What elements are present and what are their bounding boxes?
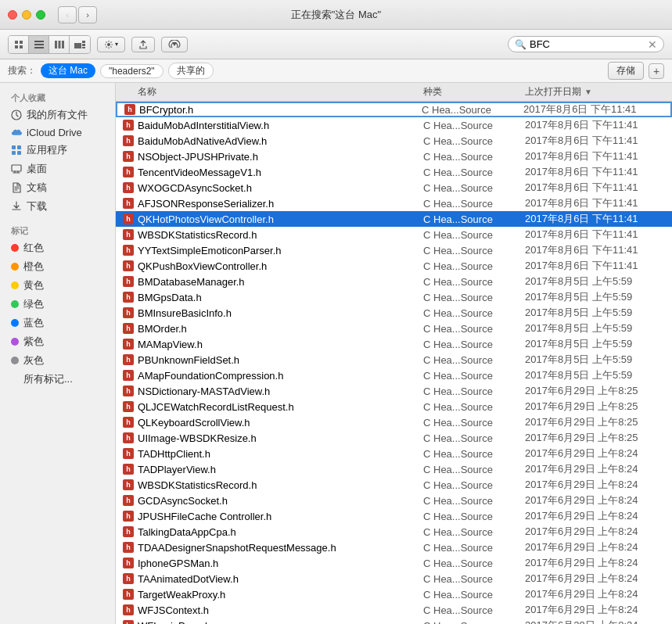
clear-search-button[interactable]: ✕ bbox=[648, 39, 657, 50]
column-view-button[interactable] bbox=[49, 36, 70, 53]
table-row[interactable]: hBFCryptor.hC Hea...Source2017年8月6日 下午11… bbox=[116, 102, 672, 117]
file-type-icon: h bbox=[122, 432, 135, 444]
file-type-icon: h bbox=[122, 557, 135, 569]
file-name: TAAnimatedDotView.h bbox=[138, 573, 423, 585]
minimize-button[interactable] bbox=[22, 10, 31, 20]
file-name: PBUnknownFieldSet.h bbox=[138, 354, 423, 366]
forward-button[interactable]: › bbox=[78, 6, 97, 23]
table-row[interactable]: hJPUSHFileCache Controller.hC Hea...Sour… bbox=[116, 508, 672, 524]
table-row[interactable]: hBMGpsData.hC Hea...Source2017年8月5日 上午5:… bbox=[116, 289, 672, 305]
table-row[interactable]: hAMapFoundationCompression.hC Hea...Sour… bbox=[116, 368, 672, 383]
sidebar-item-desktop[interactable]: 桌面 bbox=[0, 160, 115, 178]
airdrop-button[interactable] bbox=[161, 37, 188, 52]
table-row[interactable]: hAFJSONResponseSerializer.hC Hea...Sourc… bbox=[116, 195, 672, 211]
save-search-button[interactable]: 存储 bbox=[608, 62, 644, 80]
file-name: WFLoginPage.h bbox=[138, 620, 423, 625]
table-row[interactable]: hTDAADesignerSnapshotRequestMessage.hC H… bbox=[116, 540, 672, 555]
file-type-icon: h bbox=[122, 572, 135, 585]
list-view-button[interactable] bbox=[29, 36, 49, 53]
file-type-icon: h bbox=[122, 510, 135, 522]
back-button[interactable]: ‹ bbox=[58, 6, 77, 23]
action-button[interactable]: ▾ bbox=[97, 37, 125, 52]
svg-rect-20 bbox=[12, 165, 21, 171]
svg-rect-6 bbox=[34, 47, 44, 48]
file-date: 2017年6月29日 上午8:24 bbox=[525, 587, 666, 601]
table-row[interactable]: hWFJSContext.hC Hea...Source2017年6月29日 上… bbox=[116, 602, 672, 618]
column-date-header[interactable]: 上次打开日期 ▼ bbox=[525, 85, 666, 99]
icon-view-button[interactable] bbox=[9, 36, 29, 53]
search-input[interactable] bbox=[530, 38, 645, 50]
table-row[interactable]: hTalkingDataAppCpa.hC Hea...Source2017年6… bbox=[116, 524, 672, 540]
table-row[interactable]: hWBSDKStatisticsRecord.hC Hea...Source20… bbox=[116, 477, 672, 493]
sidebar-item-orange[interactable]: 橙色 bbox=[0, 257, 115, 276]
table-row[interactable]: hIphoneGPSMan.hC Hea...Source2017年6月29日 … bbox=[116, 555, 672, 571]
table-row[interactable]: hTADPlayerView.hC Hea...Source2017年6月29日… bbox=[116, 461, 672, 477]
file-date: 2017年6月29日 上午8:24 bbox=[525, 525, 666, 539]
sidebar-item-yellow[interactable]: 黄色 bbox=[0, 276, 115, 295]
share-button[interactable] bbox=[131, 37, 155, 52]
green-tag-label: 绿色 bbox=[23, 297, 44, 311]
table-row[interactable]: hGCDAsyncSocket.hC Hea...Source2017年6月29… bbox=[116, 493, 672, 508]
file-name: BMOrder.h bbox=[138, 323, 423, 335]
sidebar-item-downloads[interactable]: 下载 bbox=[0, 197, 115, 216]
file-type-icon: h bbox=[122, 619, 135, 624]
file-name: BMDatabaseManager.h bbox=[138, 276, 423, 288]
close-button[interactable] bbox=[8, 10, 17, 20]
column-kind-header[interactable]: 种类 bbox=[423, 85, 525, 99]
table-row[interactable]: hMAMapView.hC Hea...Source2017年8月5日 上午5:… bbox=[116, 336, 672, 352]
file-type-icon: h bbox=[122, 416, 135, 429]
table-row[interactable]: hTargetWeakProxy.hC Hea...Source2017年6月2… bbox=[116, 586, 672, 602]
table-row[interactable]: hQLKeyboardScrollView.hC Hea...Source201… bbox=[116, 414, 672, 430]
file-date: 2017年8月6日 下午11:41 bbox=[525, 134, 666, 148]
table-row[interactable]: hTencentVideoMessageV1.hC Hea...Source20… bbox=[116, 164, 672, 180]
table-row[interactable]: hWBSDKStatisticsRecord.hC Hea...Source20… bbox=[116, 227, 672, 242]
table-row[interactable]: hTAAnimatedDotView.hC Hea...Source2017年6… bbox=[116, 571, 672, 586]
file-date: 2017年6月29日 上午8:24 bbox=[525, 446, 666, 461]
file-date: 2017年8月5日 上午5:59 bbox=[525, 353, 666, 367]
table-row[interactable]: hBaiduMobAdInterstitialView.hC Hea...Sou… bbox=[116, 117, 672, 133]
sidebar-item-gray[interactable]: 灰色 bbox=[0, 351, 115, 370]
gallery-view-button[interactable] bbox=[70, 36, 90, 53]
search-box[interactable]: 🔍 ✕ bbox=[508, 36, 664, 52]
file-type-icon: h bbox=[122, 353, 135, 366]
sidebar-item-green[interactable]: 绿色 bbox=[0, 295, 115, 314]
sidebar-item-icloud[interactable]: iCloud Drive bbox=[0, 124, 115, 141]
sidebar-item-all-files[interactable]: 我的所有文件 bbox=[0, 106, 115, 124]
table-row[interactable]: hBMOrder.hC Hea...Source2017年8月5日 上午5:59 bbox=[116, 321, 672, 336]
svg-rect-10 bbox=[74, 43, 81, 48]
file-date: 2017年8月5日 上午5:59 bbox=[525, 337, 666, 351]
table-row[interactable]: hPBUnknownFieldSet.hC Hea...Source2017年8… bbox=[116, 352, 672, 368]
table-row[interactable]: hBMDatabaseManager.hC Hea...Source2017年8… bbox=[116, 274, 672, 289]
table-row[interactable]: hWXOGCDAsyncSocket.hC Hea...Source2017年8… bbox=[116, 180, 672, 195]
table-row[interactable]: hQKHotPhotosViewController.hC Hea...Sour… bbox=[116, 211, 672, 227]
sidebar-item-apps[interactable]: 应用程序 bbox=[0, 141, 115, 160]
add-filter-button[interactable]: + bbox=[649, 63, 664, 79]
sidebar-item-purple[interactable]: 紫色 bbox=[0, 332, 115, 351]
table-row[interactable]: hQLJCEWatchRecordListRequest.hC Hea...So… bbox=[116, 399, 672, 414]
sidebar-item-docs[interactable]: 文稿 bbox=[0, 178, 115, 197]
sidebar-item-blue[interactable]: 蓝色 bbox=[0, 314, 115, 332]
filter-this-mac[interactable]: 这台 Mac bbox=[41, 63, 95, 78]
desktop-label: 桌面 bbox=[27, 162, 47, 176]
yellow-tag-label: 黄色 bbox=[23, 278, 44, 292]
table-row[interactable]: hTADHttpClient.hC Hea...Source2017年6月29日… bbox=[116, 446, 672, 461]
table-row[interactable]: hWFLoginPage.hC Hea...Source2017年6月29日 上… bbox=[116, 618, 672, 624]
table-row[interactable]: hNSDictionary-MASTAdView.hC Hea...Source… bbox=[116, 383, 672, 399]
maximize-button[interactable] bbox=[36, 10, 45, 20]
table-row[interactable]: hYYTextSimpleEmoticonParser.hC Hea...Sou… bbox=[116, 242, 672, 258]
file-date: 2017年6月29日 上午8:24 bbox=[525, 556, 666, 570]
sidebar-item-all-tags[interactable]: 所有标记... bbox=[0, 370, 115, 389]
table-row[interactable]: hUIImage-WBSDKResize.hC Hea...Source2017… bbox=[116, 430, 672, 446]
table-row[interactable]: hBaiduMobAdNativeAdView.hC Hea...Source2… bbox=[116, 133, 672, 149]
filter-shared[interactable]: 共享的 bbox=[168, 63, 214, 79]
filter-headers2[interactable]: "headers2" bbox=[100, 64, 164, 78]
svg-rect-13 bbox=[82, 47, 85, 48]
sidebar-item-red[interactable]: 红色 bbox=[0, 238, 115, 257]
file-kind: C Hea...Source bbox=[423, 370, 525, 382]
table-row[interactable]: hBMInsureBasicInfo.hC Hea...Source2017年8… bbox=[116, 305, 672, 321]
file-kind: C Hea...Source bbox=[423, 589, 525, 601]
file-date: 2017年6月29日 上午8:25 bbox=[525, 384, 666, 398]
column-name-header[interactable]: 名称 bbox=[122, 85, 423, 99]
table-row[interactable]: hNSObject-JPUSHPrivate.hC Hea...Source20… bbox=[116, 149, 672, 164]
table-row[interactable]: hQKPushBoxViewController.hC Hea...Source… bbox=[116, 258, 672, 274]
